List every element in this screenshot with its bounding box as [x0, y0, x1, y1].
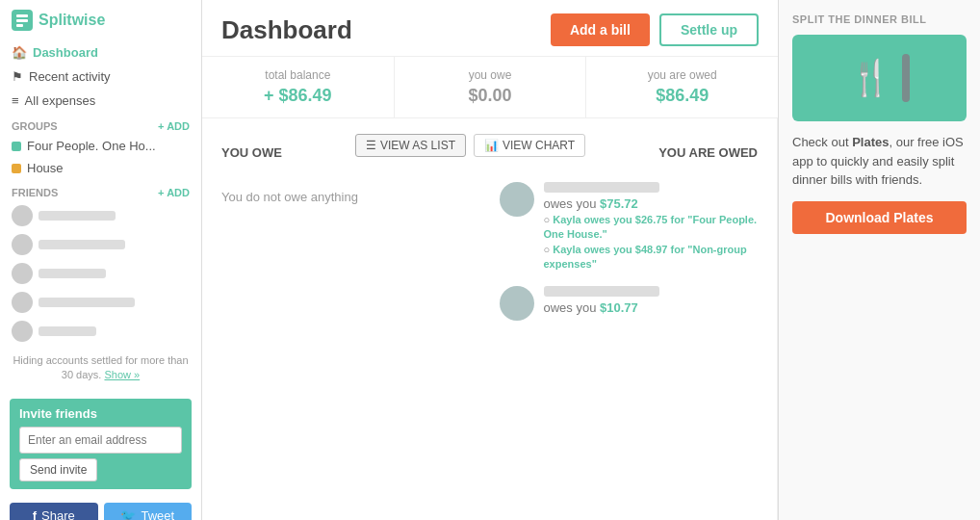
group-four-people-label: Four People. One Ho... — [27, 139, 156, 153]
header-buttons: Add a bill Settle up — [551, 13, 759, 46]
chart-view-icon: 📊 — [484, 139, 499, 152]
add-bill-button[interactable]: Add a bill — [551, 13, 650, 46]
download-plates-button[interactable]: Download Plates — [792, 201, 967, 234]
you-are-owed-heading: YOU ARE OWED — [658, 145, 758, 160]
recent-icon: ⚑ — [12, 69, 23, 84]
debt-amount-1: $75.72 — [600, 196, 638, 211]
ad-body-text: Check out Plates, our free iOS app to qu… — [792, 133, 967, 190]
sidebar-recent-label: Recent activity — [29, 69, 111, 84]
total-balance-value: + $86.49 — [221, 86, 374, 106]
social-buttons: f Share 🐦 Tweet — [10, 503, 192, 520]
show-hidden-link[interactable]: Show » — [104, 369, 140, 380]
svg-rect-3 — [16, 24, 23, 27]
debt-sub-item-2: ○ Kayla owes you $48.97 for "Non-group e… — [544, 243, 759, 273]
you-owe-cell: you owe $0.00 — [395, 57, 587, 117]
facebook-icon: f — [33, 508, 37, 520]
you-are-owed-label: you are owed — [606, 68, 759, 82]
person-avatar-1 — [500, 182, 534, 217]
friend-item-1[interactable] — [0, 201, 201, 230]
debt-summary-1: owes you $75.72 — [544, 196, 759, 211]
you-owe-section: You do not owe anything — [221, 182, 480, 334]
invite-box: Invite friends Send invite — [10, 399, 192, 489]
groups-section-label: GROUPS + add — [0, 113, 201, 135]
debt-sub-1: ○ Kayla owes you $26.75 for "Four People… — [544, 213, 759, 273]
friend-avatar-2 — [12, 234, 33, 255]
view-toggle: ☰ VIEW AS LIST 📊 VIEW CHART — [355, 134, 585, 157]
you-are-owed-cell: you are owed $86.49 — [586, 57, 778, 117]
logo-text: Splitwise — [39, 12, 105, 29]
group-dot-house-icon — [12, 164, 21, 173]
owe-content: You do not owe anything owes you $75.72 — [221, 182, 758, 334]
invite-email-input[interactable] — [19, 427, 182, 454]
content-area: YOU OWE ☰ VIEW AS LIST 📊 VIEW CHART YOU … — [202, 118, 778, 520]
send-invite-button[interactable]: Send invite — [19, 458, 97, 481]
ad-brand: Plates — [852, 135, 889, 149]
panel-toolbar: YOU OWE ☰ VIEW AS LIST 📊 VIEW CHART YOU … — [221, 134, 758, 170]
ad-panel: SPLIT THE DINNER BILL 🍴 Check out Plates… — [778, 0, 980, 520]
logo-icon — [12, 10, 33, 31]
you-are-owed-value: $86.49 — [606, 86, 759, 106]
knife-shape — [902, 54, 910, 102]
settle-up-button[interactable]: Settle up — [659, 13, 759, 46]
sidebar-group-house[interactable]: House — [0, 157, 201, 179]
sidebar-expenses-label: All expenses — [25, 93, 96, 108]
debt-item-2: owes you $10.77 — [500, 286, 759, 321]
dashboard-icon: 🏠 — [12, 45, 27, 60]
friend-item-4[interactable] — [0, 288, 201, 317]
svg-rect-1 — [16, 14, 28, 17]
friend-name-bar-5 — [39, 326, 96, 336]
you-owe-label: you owe — [414, 68, 567, 82]
debt-name-bar-2 — [544, 286, 659, 297]
friend-avatar-4 — [12, 292, 33, 313]
fork-icon: 🍴 — [849, 58, 892, 98]
person-avatar-2 — [500, 286, 534, 321]
twitter-icon: 🐦 — [120, 508, 136, 520]
friend-name-bar-4 — [39, 298, 135, 307]
sidebar-item-recent[interactable]: ⚑ Recent activity — [0, 65, 201, 89]
list-view-icon: ☰ — [366, 139, 376, 152]
left-panel: YOU OWE ☰ VIEW AS LIST 📊 VIEW CHART YOU … — [202, 118, 778, 520]
plates-banner: 🍴 — [792, 35, 967, 121]
debt-info-1: owes you $75.72 ○ Kayla owes you $26.75 … — [544, 182, 759, 273]
friend-avatar-5 — [12, 321, 33, 342]
ad-title: SPLIT THE DINNER BILL — [792, 13, 967, 25]
twitter-tweet-button[interactable]: 🐦 Tweet — [104, 503, 193, 520]
balance-bar: total balance + $86.49 you owe $0.00 you… — [202, 57, 778, 118]
friend-item-2[interactable] — [0, 230, 201, 259]
view-as-list-button[interactable]: ☰ VIEW AS LIST — [355, 134, 466, 157]
add-friend-link[interactable]: + add — [158, 187, 190, 198]
friend-item-3[interactable] — [0, 259, 201, 288]
owes-text-2: owes you — [544, 300, 597, 315]
total-balance-label: total balance — [221, 68, 374, 82]
hidden-accounts-text: Hiding accounts settled for more than 30… — [0, 346, 201, 391]
friend-name-bar-2 — [39, 240, 125, 249]
sidebar-group-four-people[interactable]: Four People. One Ho... — [0, 135, 201, 157]
sidebar-header: Splitwise — [0, 0, 201, 40]
svg-rect-2 — [16, 19, 28, 22]
sidebar-logo: Splitwise — [12, 10, 190, 31]
add-group-link[interactable]: + add — [158, 120, 190, 132]
debt-info-2: owes you $10.77 — [544, 286, 759, 315]
owes-text-1: owes you — [544, 196, 597, 211]
friends-section-label: FRIENDS + add — [0, 179, 201, 201]
main-header: Dashboard Add a bill Settle up — [202, 0, 778, 57]
facebook-share-button[interactable]: f Share — [10, 503, 98, 520]
friend-item-5[interactable] — [0, 317, 201, 346]
view-chart-button[interactable]: 📊 VIEW CHART — [474, 134, 585, 157]
total-balance-cell: total balance + $86.49 — [202, 57, 395, 117]
debt-sub-item-1: ○ Kayla owes you $26.75 for "Four People… — [544, 213, 759, 243]
friend-name-bar-3 — [39, 269, 106, 278]
sidebar-item-expenses[interactable]: ≡ All expenses — [0, 89, 201, 113]
group-dot-icon — [12, 142, 21, 151]
group-house-label: House — [27, 161, 64, 175]
debt-item-1: owes you $75.72 ○ Kayla owes you $26.75 … — [500, 182, 759, 273]
friend-name-bar-1 — [39, 211, 116, 221]
you-are-owed-section: owes you $75.72 ○ Kayla owes you $26.75 … — [500, 182, 759, 334]
sidebar-dashboard-label: Dashboard — [33, 45, 98, 60]
debt-summary-2: owes you $10.77 — [544, 300, 759, 315]
list-icon: ≡ — [12, 93, 19, 108]
debt-name-bar-1 — [544, 182, 659, 193]
sidebar-item-dashboard[interactable]: 🏠 Dashboard — [0, 40, 201, 65]
debt-amount-2: $10.77 — [600, 300, 638, 315]
main-content: Dashboard Add a bill Settle up total bal… — [202, 0, 778, 520]
